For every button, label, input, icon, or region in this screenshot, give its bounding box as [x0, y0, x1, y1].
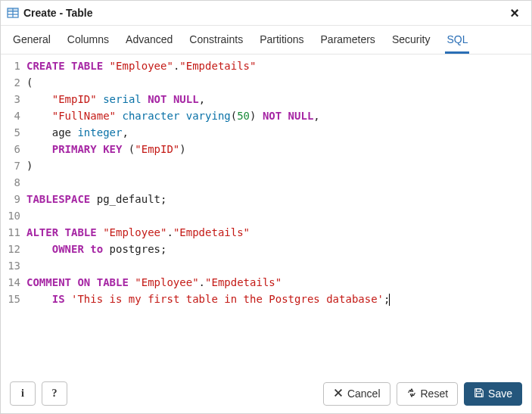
- code-token: (: [26, 76, 33, 89]
- code-token: COMMENT ON TABLE: [26, 276, 129, 288]
- code-token: postgres;: [103, 243, 166, 255]
- tab-sql[interactable]: SQL: [445, 26, 469, 54]
- code-line[interactable]: (: [26, 74, 531, 91]
- tab-constraints[interactable]: Constraints: [188, 26, 244, 54]
- code-token: ,: [122, 126, 128, 139]
- code-line[interactable]: PRIMARY KEY ("EmpID"): [26, 141, 531, 157]
- code-token: [26, 143, 52, 155]
- code-line[interactable]: "EmpID" serial NOT NULL,: [26, 91, 531, 107]
- footer: i ? Cancel Reset Save: [1, 374, 531, 413]
- cancel-button[interactable]: Cancel: [323, 382, 390, 406]
- code-token: [26, 93, 52, 105]
- code-token: NOT NULL: [148, 93, 198, 105]
- line-number: 9: [1, 191, 20, 207]
- recycle-icon: [406, 388, 417, 400]
- code-token: (: [122, 143, 135, 155]
- code-line[interactable]: CREATE TABLE "Employee"."Empdetails": [26, 58, 531, 74]
- code-token: IS: [52, 293, 65, 305]
- dialog-title: Create - Table: [23, 7, 507, 19]
- tab-partitions[interactable]: Partitions: [258, 26, 305, 54]
- code-token: ,: [313, 110, 319, 122]
- svg-rect-8: [477, 393, 482, 396]
- code-area[interactable]: CREATE TABLE "Employee"."Empdetails"( "E…: [26, 58, 531, 374]
- code-token: "Empdetails": [205, 276, 282, 288]
- line-number: 7: [1, 157, 20, 174]
- line-number: 6: [1, 141, 20, 157]
- line-number: 13: [1, 257, 20, 274]
- tab-advanced[interactable]: Advanced: [124, 26, 174, 54]
- cancel-label: Cancel: [347, 388, 381, 400]
- code-token: ,: [199, 93, 205, 105]
- save-button[interactable]: Save: [464, 382, 522, 406]
- line-number: 15: [1, 291, 20, 307]
- code-line[interactable]: IS 'This is my first table in the Postgr…: [26, 291, 531, 307]
- reset-label: Reset: [421, 388, 449, 400]
- code-line[interactable]: OWNER to postgres;: [26, 241, 531, 257]
- code-token: [26, 243, 52, 255]
- code-token: character varying: [122, 110, 230, 122]
- tabs: General Columns Advanced Constraints Par…: [1, 26, 531, 54]
- line-number: 5: [1, 124, 20, 141]
- code-line[interactable]: [26, 257, 531, 274]
- code-token: "Employee": [103, 226, 166, 238]
- tab-parameters[interactable]: Parameters: [319, 26, 377, 54]
- code-token: 'This is my first table in the Postgres …: [71, 293, 384, 305]
- code-line[interactable]: TABLESPACE pg_default;: [26, 191, 531, 207]
- code-token: CREATE TABLE: [26, 60, 103, 72]
- code-token: [142, 93, 148, 105]
- code-token: [26, 110, 52, 122]
- line-number: 11: [1, 224, 20, 241]
- code-token: age: [26, 126, 77, 139]
- code-token: integer: [77, 126, 122, 139]
- code-line[interactable]: ALTER TABLE "Employee"."Empdetails": [26, 224, 531, 241]
- reset-button[interactable]: Reset: [397, 382, 459, 406]
- svg-rect-4: [8, 8, 18, 11]
- code-token: "Empdetails": [179, 60, 256, 72]
- code-token: "EmpID": [135, 143, 179, 155]
- table-icon: [7, 7, 19, 19]
- line-number: 10: [1, 207, 20, 224]
- code-token: serial: [103, 93, 142, 105]
- help-button[interactable]: ?: [42, 381, 67, 406]
- code-token: ): [26, 160, 33, 172]
- code-token: [97, 93, 103, 105]
- save-label: Save: [488, 388, 512, 400]
- line-number: 1: [1, 58, 20, 74]
- tab-security[interactable]: Security: [390, 26, 432, 54]
- info-button[interactable]: i: [10, 381, 36, 406]
- text-cursor: [389, 294, 390, 306]
- code-token: [26, 293, 52, 305]
- titlebar: Create - Table ×: [1, 1, 531, 26]
- code-token: [97, 226, 103, 238]
- line-number: 8: [1, 174, 20, 191]
- code-token: [103, 60, 109, 72]
- close-x-icon: [333, 388, 344, 400]
- line-number: 12: [1, 241, 20, 257]
- create-table-dialog: Create - Table × General Columns Advance…: [0, 0, 532, 414]
- tab-columns[interactable]: Columns: [66, 26, 110, 54]
- line-number: 2: [1, 74, 20, 91]
- code-token: (: [231, 110, 237, 122]
- code-line[interactable]: [26, 174, 531, 191]
- svg-rect-7: [477, 388, 481, 391]
- code-line[interactable]: [26, 207, 531, 224]
- code-line[interactable]: age integer,: [26, 124, 531, 141]
- code-token: ): [250, 110, 263, 122]
- code-line[interactable]: "FullName" character varying(50) NOT NUL…: [26, 107, 531, 124]
- code-token: [65, 293, 71, 305]
- save-icon: [474, 388, 484, 400]
- code-token: ALTER TABLE: [26, 226, 97, 238]
- code-token: "Employee": [135, 276, 198, 288]
- close-icon[interactable]: ×: [507, 5, 522, 20]
- sql-editor[interactable]: 123456789101112131415 CREATE TABLE "Empl…: [1, 54, 531, 374]
- code-token: NOT NULL: [263, 110, 313, 122]
- line-number: 4: [1, 107, 20, 124]
- code-token: OWNER to: [52, 243, 103, 255]
- code-line[interactable]: ): [26, 157, 531, 174]
- code-token: pg_default;: [90, 193, 166, 205]
- line-gutter: 123456789101112131415: [1, 58, 26, 374]
- code-line[interactable]: COMMENT ON TABLE "Employee"."Empdetails": [26, 274, 531, 291]
- line-number: 14: [1, 274, 20, 291]
- tab-general[interactable]: General: [11, 26, 52, 54]
- code-token: .: [199, 276, 205, 288]
